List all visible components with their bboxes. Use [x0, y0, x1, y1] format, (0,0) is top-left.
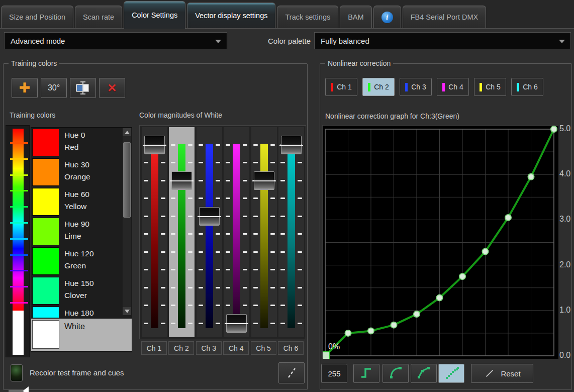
tab-fb4-serial-port-dmx[interactable]: FB4 Serial Port DMX — [403, 6, 487, 28]
y-axis-label: 4.0 — [559, 169, 574, 178]
list-item-hue-90[interactable]: Hue 90Lime — [31, 217, 123, 246]
slider-channel-label-ch-3: Ch 3 — [196, 341, 222, 355]
slider-tick — [188, 233, 193, 235]
slider-handle[interactable] — [144, 136, 165, 154]
scroll-thumb[interactable] — [123, 142, 131, 218]
slider-tick — [199, 233, 203, 235]
add-color-button[interactable]: ✚ — [12, 78, 38, 98]
slider-channel-label-ch-1: Ch 1 — [141, 341, 167, 355]
nonlinear-channel-button-ch-4[interactable]: Ch 4 — [437, 78, 469, 96]
channel-color-bar — [331, 83, 333, 91]
slider-tick — [253, 269, 258, 270]
channel-color-bar — [517, 83, 519, 91]
magnitude-slider-ch-2[interactable] — [169, 127, 195, 337]
magnitude-slider-ch-4[interactable] — [224, 127, 249, 337]
hue-marker-icon[interactable] — [23, 386, 29, 392]
channel-button-label: Ch 6 — [523, 83, 538, 91]
slider-handle[interactable] — [199, 207, 220, 226]
slider-tick — [216, 198, 220, 199]
smooth-curve-icon — [388, 364, 404, 382]
scroll-down-button[interactable] — [123, 307, 131, 315]
slider-handle[interactable] — [254, 171, 274, 190]
slider-tick — [199, 251, 203, 253]
scroll-up-button[interactable] — [123, 128, 131, 136]
slider-handle[interactable] — [281, 136, 302, 154]
hue-strip[interactable] — [6, 125, 30, 357]
correction-graph[interactable]: 0% — [322, 125, 558, 358]
dotted-curve-button[interactable] — [438, 364, 464, 383]
tab-track-settings[interactable]: Track settings — [277, 6, 338, 28]
slider-tick — [298, 323, 302, 324]
delete-color-button[interactable]: ✕ — [99, 78, 125, 98]
hue-step-label: 30° — [48, 83, 60, 92]
slider-tick — [298, 269, 302, 270]
color-swatch — [32, 158, 59, 186]
hue-step-button[interactable]: 30° — [41, 78, 67, 98]
magnitude-slider-ch-3[interactable] — [197, 127, 222, 337]
step-curve-button[interactable] — [353, 364, 379, 383]
tab-vector-display-settings[interactable]: Vector display settings — [187, 3, 275, 28]
mode-dropdown[interactable]: Advanced mode — [4, 32, 227, 49]
list-item-hue-120[interactable]: Hue 120Green — [31, 246, 123, 276]
tab-info[interactable]: i — [373, 6, 401, 28]
list-item-hue-30[interactable]: Hue 30Orange — [31, 157, 123, 187]
correction-graph-svg[interactable]: 0% — [323, 126, 558, 359]
magnitude-slider-ch-1[interactable] — [142, 127, 167, 337]
mode-dropdown-value: Advanced mode — [11, 37, 65, 45]
tab-color-settings[interactable]: Color Settings — [124, 1, 185, 29]
magnitude-slider-ch-6[interactable] — [278, 127, 304, 337]
slider-tick — [144, 323, 148, 324]
color-palette-dropdown[interactable]: Fully balanced — [314, 32, 571, 49]
list-item-hue-180[interactable]: Hue 180 — [31, 306, 123, 318]
slider-tick — [144, 269, 148, 270]
nonlinear-channel-button-ch-6[interactable]: Ch 6 — [511, 78, 543, 96]
slider-tick — [253, 198, 258, 199]
recolor-checkbox[interactable] — [11, 364, 23, 381]
slider-tick — [280, 180, 285, 181]
channel-color-bar — [480, 83, 482, 91]
slider-tick — [171, 216, 175, 217]
selected-color-label: White — [64, 322, 85, 331]
tab-size-and-position[interactable]: Size and Position — [1, 6, 73, 28]
nonlinear-group-label: Nonlinear correction — [325, 59, 393, 67]
list-scrollbar[interactable] — [123, 128, 131, 315]
tab-bam[interactable]: BAM — [340, 6, 371, 28]
slider-tick — [144, 305, 148, 306]
slider-tick — [199, 269, 203, 270]
y-axis-label: 2.0 — [559, 260, 574, 269]
magnitude-slider-ch-5[interactable] — [251, 127, 277, 337]
slider-tick — [199, 144, 203, 146]
slider-tick — [161, 180, 165, 181]
slider-tick — [298, 287, 302, 288]
segment-curve-button[interactable] — [411, 364, 437, 383]
list-item-hue-150[interactable]: Hue 150Clover — [31, 276, 123, 306]
nonlinear-channel-button-ch-3[interactable]: Ch 3 — [400, 78, 432, 96]
slider-tick — [270, 251, 275, 253]
slider-handle[interactable] — [171, 171, 192, 190]
slider-tick — [171, 287, 175, 288]
list-item-hue-60[interactable]: Hue 60Yellow — [31, 187, 123, 217]
hue-gradient-bar[interactable] — [13, 129, 24, 355]
slider-tick — [161, 287, 165, 288]
nonlinear-channel-button-ch-1[interactable]: Ch 1 — [325, 78, 357, 96]
slider-tick — [298, 216, 302, 217]
draw-line-button[interactable] — [278, 362, 305, 383]
nonlinear-channel-button-ch-2[interactable]: Ch 2 — [362, 78, 395, 96]
slider-tick — [144, 233, 148, 235]
color-name-label: Clover — [64, 291, 87, 300]
slider-tick — [253, 251, 258, 253]
selected-color-row[interactable]: White — [31, 319, 132, 351]
hue-tick — [10, 254, 28, 256]
tab-scan-rate[interactable]: Scan rate — [75, 6, 122, 28]
slider-tick — [243, 198, 247, 199]
nonlinear-channel-button-ch-5[interactable]: Ch 5 — [474, 78, 506, 96]
slider-tick — [270, 144, 275, 146]
smooth-curve-button[interactable] — [382, 364, 409, 383]
curve-value-box[interactable]: 255 — [321, 364, 347, 383]
list-item-hue-0[interactable]: Hue 0Red — [31, 128, 123, 157]
reset-button[interactable]: Reset — [471, 364, 533, 383]
slider-handle[interactable] — [226, 314, 247, 333]
slider-handle-line — [252, 180, 276, 181]
center-color-button[interactable] — [70, 78, 96, 98]
slider-tick — [253, 216, 258, 217]
